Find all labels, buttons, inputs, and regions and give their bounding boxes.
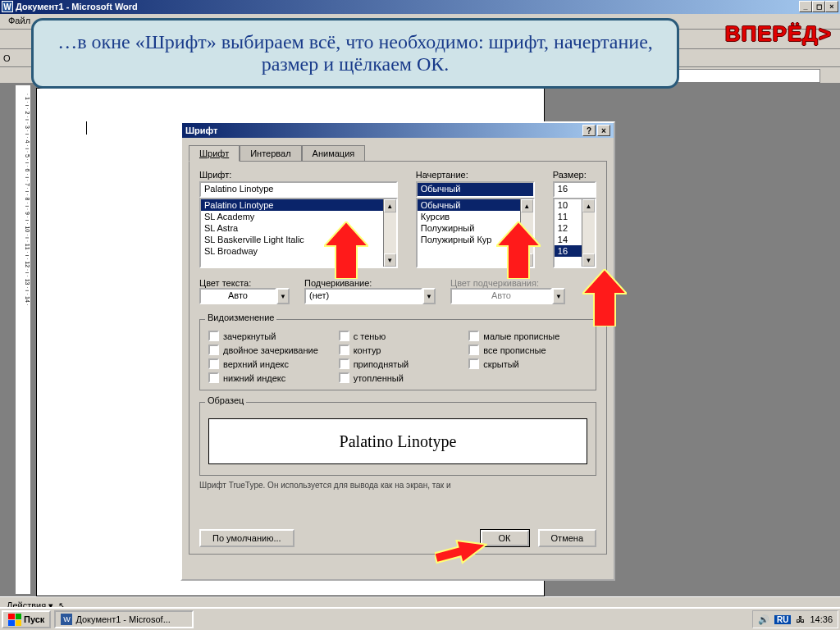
scroll-down-button[interactable]: ▼ bbox=[521, 253, 533, 267]
underline-dropdown[interactable]: (нет)▼ bbox=[304, 288, 436, 304]
font-dialog: Шрифт ? × Шрифт Интервал Анимация Шрифт:… bbox=[180, 121, 615, 581]
chevron-down-icon[interactable]: ▼ bbox=[276, 288, 290, 304]
word-icon: W bbox=[61, 614, 72, 625]
chk-subscript[interactable]: нижний индекс bbox=[208, 372, 327, 383]
chk-double-strike[interactable]: двойное зачеркивание bbox=[208, 345, 327, 355]
label-underline: Подчеркивание: bbox=[304, 278, 436, 288]
chk-shadow[interactable]: с тенью bbox=[339, 331, 458, 341]
app-titlebar[interactable]: W Документ1 - Microsoft Word _ ◻ × bbox=[0, 0, 840, 14]
system-tray[interactable]: 🔊 RU 🖧 14:36 bbox=[752, 610, 838, 628]
size-listbox[interactable]: 10 11 12 14 16 ▲▼ bbox=[553, 198, 596, 268]
forward-label[interactable]: ВПЕРЁД> bbox=[725, 21, 832, 47]
list-item[interactable]: SL Baskerville Light Italic bbox=[201, 234, 396, 245]
default-button[interactable]: По умолчанию... bbox=[199, 529, 294, 547]
list-item[interactable]: SL Broadway bbox=[201, 245, 396, 257]
list-item[interactable]: SL Astra bbox=[201, 222, 396, 234]
scrollbar[interactable]: ▲▼ bbox=[383, 199, 396, 267]
clock[interactable]: 14:36 bbox=[810, 614, 833, 624]
restore-button[interactable]: ◻ bbox=[812, 1, 825, 12]
volume-icon[interactable]: 🔊 bbox=[758, 614, 769, 625]
scroll-up-button[interactable]: ▲ bbox=[384, 199, 396, 212]
minimize-button[interactable]: _ bbox=[799, 1, 812, 12]
chk-engrave[interactable]: утопленный bbox=[339, 372, 458, 383]
scroll-down-button[interactable]: ▼ bbox=[582, 253, 595, 267]
list-item[interactable]: Полужирный Кур bbox=[418, 234, 533, 245]
chevron-down-icon: ▼ bbox=[552, 288, 565, 304]
windows-flag-icon bbox=[8, 614, 21, 626]
dialog-titlebar[interactable]: Шрифт ? × bbox=[182, 123, 614, 138]
legend-effects: Видоизменение bbox=[205, 313, 276, 322]
truetype-hint: Шрифт TrueType. Он используется для выво… bbox=[199, 481, 596, 490]
list-item[interactable]: Palatino Linotype bbox=[201, 199, 396, 211]
label-font: Шрифт: bbox=[199, 170, 398, 180]
legend-sample: Образец bbox=[205, 395, 246, 405]
tab-font[interactable]: Шрифт bbox=[189, 145, 240, 162]
style-listbox[interactable]: Обычный Курсив Полужирный Полужирный Кур… bbox=[416, 198, 535, 268]
scroll-up-button[interactable]: ▲ bbox=[521, 199, 533, 212]
size-input[interactable]: 16 bbox=[553, 181, 596, 198]
textcolor-dropdown[interactable]: Авто▼ bbox=[199, 288, 290, 304]
scrollbar[interactable]: ▲▼ bbox=[520, 199, 533, 267]
label-textcolor: Цвет текста: bbox=[199, 278, 290, 288]
app-title: Документ1 - Microsoft Word bbox=[16, 2, 799, 11]
dialog-tabs: Шрифт Интервал Анимация bbox=[189, 144, 607, 161]
font-listbox[interactable]: Palatino Linotype SL Academy SL Astra SL… bbox=[199, 198, 398, 268]
label-size: Размер: bbox=[553, 170, 596, 180]
label-style: Начертание: bbox=[416, 170, 535, 180]
menu-file[interactable]: Файл bbox=[3, 16, 35, 27]
list-item[interactable]: Обычный bbox=[418, 199, 533, 211]
tab-interval[interactable]: Интервал bbox=[240, 145, 301, 162]
word-icon: W bbox=[2, 1, 13, 12]
vertical-ruler[interactable]: · 1 · ı · 2 · ı · 3 · ı · 4 · ı · 5 · ı … bbox=[15, 84, 31, 595]
style-dropdown-hint[interactable]: О bbox=[3, 53, 11, 63]
taskbar-item-word[interactable]: W Документ1 - Microsof... bbox=[54, 610, 194, 628]
effects-group: Видоизменение зачеркнутый с тенью малые … bbox=[199, 319, 596, 390]
text-cursor bbox=[86, 121, 87, 135]
chk-hidden[interactable]: скрытый bbox=[468, 358, 587, 369]
list-item[interactable]: Полужирный bbox=[418, 222, 533, 234]
scrollbar[interactable]: ▲▼ bbox=[582, 199, 595, 267]
style-input[interactable]: Обычный bbox=[416, 181, 535, 198]
start-button[interactable]: Пуск bbox=[2, 610, 51, 628]
language-indicator[interactable]: RU bbox=[774, 615, 791, 624]
sample-preview: Palatino Linotype bbox=[208, 418, 587, 464]
taskbar[interactable]: Пуск W Документ1 - Microsof... 🔊 RU 🖧 14… bbox=[0, 607, 840, 630]
close-button[interactable]: × bbox=[825, 1, 838, 12]
chk-strikethrough[interactable]: зачеркнутый bbox=[208, 331, 327, 341]
chk-allcaps[interactable]: все прописные bbox=[468, 345, 587, 355]
tab-body-font: Шрифт: Palatino Linotype Palatino Linoty… bbox=[189, 161, 607, 555]
chk-outline[interactable]: контур bbox=[339, 345, 458, 355]
network-icon[interactable]: 🖧 bbox=[796, 614, 805, 624]
scroll-down-button[interactable]: ▼ bbox=[384, 253, 396, 267]
list-item[interactable]: SL Academy bbox=[201, 211, 396, 222]
ok-button[interactable]: ОК bbox=[480, 529, 530, 547]
label-ulcolor: Цвет подчеркивания: bbox=[450, 278, 565, 288]
font-input[interactable]: Palatino Linotype bbox=[199, 181, 398, 198]
ulcolor-dropdown: Авто▼ bbox=[450, 288, 565, 304]
dialog-title: Шрифт bbox=[185, 126, 217, 135]
instruction-callout: …в окне «Шрифт» выбираем всё, что необхо… bbox=[31, 18, 679, 89]
chk-smallcaps[interactable]: малые прописные bbox=[468, 331, 587, 341]
dialog-close-button[interactable]: × bbox=[597, 125, 610, 136]
cancel-button[interactable]: Отмена bbox=[538, 529, 596, 547]
chk-emboss[interactable]: приподнятый bbox=[339, 358, 458, 369]
help-button[interactable]: ? bbox=[582, 125, 596, 136]
sample-group: Образец Palatino Linotype bbox=[199, 402, 596, 476]
scroll-up-button[interactable]: ▲ bbox=[582, 199, 595, 212]
tab-animation[interactable]: Анимация bbox=[302, 145, 366, 162]
chk-superscript[interactable]: верхний индекс bbox=[208, 358, 327, 369]
list-item[interactable]: Курсив bbox=[418, 211, 533, 222]
chevron-down-icon[interactable]: ▼ bbox=[422, 288, 436, 304]
